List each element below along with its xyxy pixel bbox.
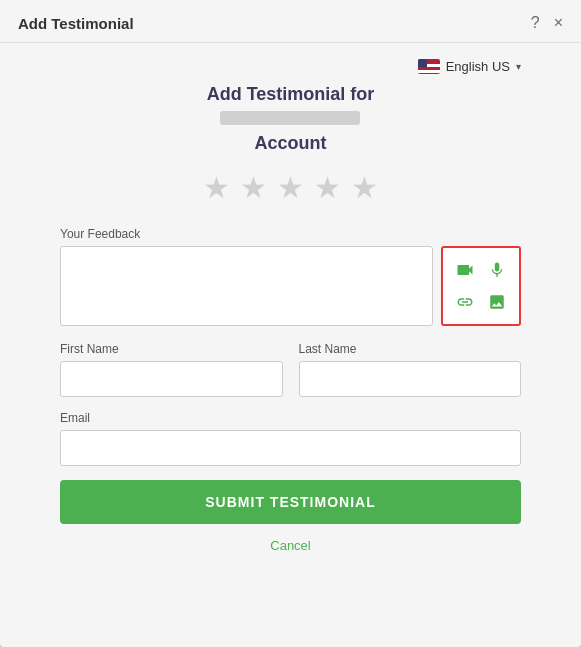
last-name-input[interactable] bbox=[299, 361, 522, 397]
account-name-placeholder bbox=[220, 111, 360, 125]
first-name-input[interactable] bbox=[60, 361, 283, 397]
feedback-label: Your Feedback bbox=[60, 227, 521, 241]
star-rating[interactable]: ★ ★ ★ ★ ★ bbox=[203, 170, 378, 205]
first-name-group: First Name bbox=[60, 342, 283, 397]
star-4[interactable]: ★ bbox=[314, 170, 341, 205]
star-5[interactable]: ★ bbox=[351, 170, 378, 205]
feedback-row bbox=[60, 246, 521, 326]
add-testimonial-modal: Add Testimonial ? × English US ▾ Add Tes… bbox=[0, 0, 581, 647]
modal-body: English US ▾ Add Testimonial for Account… bbox=[0, 43, 581, 647]
modal-title: Add Testimonial bbox=[18, 15, 134, 32]
link-icon bbox=[456, 293, 474, 311]
mic-button[interactable] bbox=[483, 256, 511, 284]
first-name-label: First Name bbox=[60, 342, 283, 356]
email-label: Email bbox=[60, 411, 521, 425]
image-button[interactable] bbox=[483, 288, 511, 316]
language-selector[interactable]: English US ▾ bbox=[418, 59, 521, 74]
last-name-label: Last Name bbox=[299, 342, 522, 356]
link-button[interactable] bbox=[451, 288, 479, 316]
feedback-textarea[interactable] bbox=[60, 246, 433, 326]
video-icon bbox=[455, 260, 475, 280]
last-name-group: Last Name bbox=[299, 342, 522, 397]
email-input[interactable] bbox=[60, 430, 521, 466]
mic-icon bbox=[488, 261, 506, 279]
cancel-link[interactable]: Cancel bbox=[270, 538, 310, 553]
help-icon[interactable]: ? bbox=[531, 14, 540, 32]
video-button[interactable] bbox=[451, 256, 479, 284]
close-icon[interactable]: × bbox=[554, 14, 563, 32]
feedback-section: Your Feedback bbox=[60, 227, 521, 326]
media-buttons-panel bbox=[441, 246, 521, 326]
star-2[interactable]: ★ bbox=[240, 170, 267, 205]
star-1[interactable]: ★ bbox=[203, 170, 230, 205]
name-row: First Name Last Name bbox=[60, 342, 521, 397]
header-actions: ? × bbox=[531, 14, 563, 32]
email-row: Email bbox=[60, 411, 521, 466]
star-3[interactable]: ★ bbox=[277, 170, 304, 205]
image-icon bbox=[488, 293, 506, 311]
submit-button[interactable]: SUBMIT TESTIMONIAL bbox=[60, 480, 521, 524]
chevron-down-icon: ▾ bbox=[516, 61, 521, 72]
heading-line1: Add Testimonial for bbox=[207, 84, 375, 105]
heading-line2: Account bbox=[207, 133, 375, 154]
form-heading: Add Testimonial for Account bbox=[207, 84, 375, 154]
flag-icon bbox=[418, 59, 440, 74]
language-label: English US bbox=[446, 59, 510, 74]
modal-header: Add Testimonial ? × bbox=[0, 0, 581, 43]
